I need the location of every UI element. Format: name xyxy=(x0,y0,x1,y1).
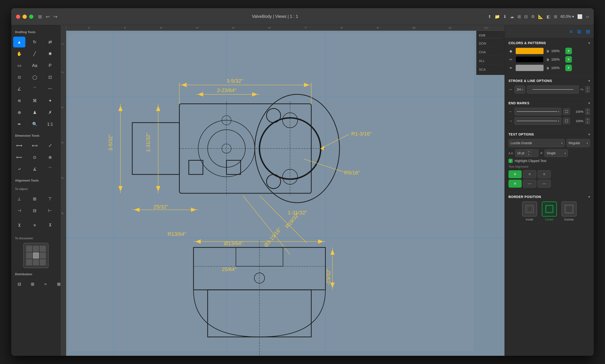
flip-tool[interactable]: ⇄ xyxy=(44,37,56,47)
align-justify-right-button[interactable]: — xyxy=(538,180,551,188)
fullscreen-icon[interactable]: ⬜ xyxy=(577,14,582,19)
star-tool[interactable]: ✦ xyxy=(44,95,56,106)
border-position-chevron-icon[interactable]: ▾ xyxy=(588,195,590,199)
dist-eq-tool[interactable]: ≈ xyxy=(39,279,52,289)
rect-tool[interactable]: ▭ xyxy=(13,60,25,71)
stamp-tool[interactable]: P xyxy=(44,60,56,71)
freehand-tool[interactable]: 〰 xyxy=(44,84,56,94)
align-bottom-tool[interactable]: ⊥ xyxy=(13,194,25,204)
text-options-chevron-icon[interactable]: ▾ xyxy=(588,132,590,136)
end-mark-1-expand[interactable] xyxy=(563,108,570,115)
stroke-chevron-icon[interactable]: ▾ xyxy=(588,79,590,83)
dist-v-tool[interactable]: ⊞ xyxy=(26,279,39,289)
canvas-area[interactable]: 1" 2" 3" 4" 5" 6" 7" 8" 9" 10" 11" 1'1" … xyxy=(61,25,504,356)
maximize-button[interactable] xyxy=(29,14,33,19)
stroke-line-preview[interactable] xyxy=(527,86,579,93)
align-bl-tool[interactable]: ⊻ xyxy=(13,220,25,231)
leader-tool[interactable]: ⤶ xyxy=(13,164,25,174)
table-icon[interactable]: ⊟ xyxy=(524,14,528,19)
dist-h-tool[interactable]: ⊟ xyxy=(13,279,25,289)
font-size-down[interactable]: ▼ xyxy=(527,153,531,156)
angle-tool[interactable]: ∠ xyxy=(13,84,25,94)
end-mark-2-stepper[interactable]: ▲ ▼ xyxy=(585,118,590,124)
select-tool[interactable]: ▲ xyxy=(13,37,25,47)
border-inside-button[interactable]: Inside xyxy=(522,201,537,221)
circle-D-tool[interactable]: ⊙ xyxy=(13,72,25,83)
end-marks-chevron-icon[interactable]: ▾ xyxy=(588,101,590,105)
font-name-select[interactable]: Lucida Grande ▾ xyxy=(508,139,565,147)
text-tool[interactable]: Aa xyxy=(29,60,41,71)
stroke-value-select[interactable]: 2H ▾ xyxy=(515,86,525,93)
stroke-stepper[interactable]: ▲ ▼ xyxy=(585,86,590,93)
fill-color-swatch[interactable] xyxy=(515,48,544,54)
font-size-field[interactable]: 18 pt ▲ ▼ xyxy=(515,149,539,157)
cust-item-sca[interactable]: SCA xyxy=(479,66,502,73)
zoom-tool[interactable]: 🔍 xyxy=(29,119,41,130)
sidebar-toggle-icon[interactable]: ⊞ xyxy=(38,14,42,19)
eyedropper-tool[interactable]: ✒ xyxy=(13,119,25,130)
drawing-canvas[interactable]: 3-5/32" 2-23/64" 3-5/32" 1-31/32" R1-3/1… xyxy=(66,31,504,356)
angled-dim-tool[interactable]: ⤢ xyxy=(44,140,56,151)
layers-icon[interactable]: ◧ xyxy=(547,14,551,19)
line-spacing-select[interactable]: Single ▾ xyxy=(544,149,568,157)
filter-lines-icon[interactable]: ≡ xyxy=(569,29,573,35)
person-tool[interactable]: ♟ xyxy=(29,107,41,118)
align-right-button[interactable]: ≡ xyxy=(538,170,551,178)
font-size-stepper[interactable]: ▲ ▼ xyxy=(526,150,531,156)
end-mark-2-down[interactable]: ▼ xyxy=(586,121,590,124)
node-tool[interactable]: ✱ xyxy=(44,48,56,59)
cloud-shape-tool[interactable]: ≋ xyxy=(13,95,25,106)
cust-item-cha[interactable]: CHA xyxy=(479,49,502,56)
grid-panel-icon[interactable]: ⊞ xyxy=(586,29,590,35)
fill-add-button[interactable]: + xyxy=(565,48,572,54)
align-left-button[interactable]: ≡ xyxy=(508,170,522,178)
align-center-v-tool[interactable]: ⊞ xyxy=(29,194,41,204)
pen-tool[interactable]: ╱ xyxy=(29,48,41,59)
end-mark-1-select[interactable]: ▾ xyxy=(515,108,561,115)
arc-dim-tool[interactable]: ⌒ xyxy=(44,164,56,174)
close-button[interactable] xyxy=(16,14,20,19)
export-icon[interactable]: ⬇ xyxy=(503,14,507,19)
parallel-dim-tool[interactable]: ⟵ xyxy=(13,152,25,163)
shadow-add-button[interactable]: + xyxy=(565,65,572,71)
stroke-up-arrow[interactable]: ▲ xyxy=(586,86,590,90)
align-left-tool[interactable]: ⊣ xyxy=(13,205,25,216)
hand-tool[interactable]: ✋ xyxy=(13,48,25,59)
shadow-color-swatch[interactable] xyxy=(515,65,544,71)
cust-item-all[interactable]: ALL xyxy=(479,58,502,64)
snap-tool[interactable]: ⊕ xyxy=(13,107,25,118)
stroke-add-button[interactable]: + xyxy=(565,56,572,63)
tools-icon[interactable]: ⚙ xyxy=(531,14,535,19)
scale-tool[interactable]: 1:1 xyxy=(44,119,56,130)
end-mark-1-stepper[interactable]: ▲ ▼ xyxy=(585,108,590,115)
radius-dim-tool[interactable]: ⊙ xyxy=(29,152,41,163)
grid-icon[interactable]: ⊞ xyxy=(554,14,557,19)
end-mark-1-up[interactable]: ▲ xyxy=(586,108,590,112)
horiz-dim-tool[interactable]: ⟷ xyxy=(13,140,25,151)
wave-tool[interactable]: ⌘ xyxy=(29,95,41,106)
align-right-tool[interactable]: ⊢ xyxy=(44,205,56,216)
zoom-control[interactable]: 60.0% ▾ xyxy=(561,14,574,19)
arc-tool[interactable]: ⌒ xyxy=(29,84,41,94)
arrange-icon[interactable]: ⊞ xyxy=(517,14,521,19)
align-top-tool[interactable]: ⊤ xyxy=(44,194,56,204)
end-mark-2-up[interactable]: ▲ xyxy=(586,118,590,121)
folder-icon[interactable]: 📁 xyxy=(495,14,500,19)
align-center-button[interactable]: ≡ xyxy=(523,170,536,178)
undo-icon[interactable]: ↩ xyxy=(46,14,50,19)
crop-tool[interactable]: ⊡ xyxy=(44,72,56,83)
align-bc-tool[interactable]: ≡ xyxy=(29,220,41,231)
diameter-dim-tool[interactable]: ⊗ xyxy=(44,152,56,163)
cloud-icon[interactable]: ☁ xyxy=(510,14,514,19)
font-style-select[interactable]: Regular ▾ xyxy=(566,139,590,147)
doc-grid-button[interactable] xyxy=(23,243,49,268)
cust-item-don[interactable]: DON xyxy=(479,40,502,47)
share-icon[interactable]: ⬆ xyxy=(488,14,491,19)
colors-chevron-icon[interactable]: ▾ xyxy=(588,41,590,45)
rotate-tool[interactable]: ↻ xyxy=(29,37,41,47)
border-center-button[interactable]: Center xyxy=(542,201,557,221)
vert-dim-tool[interactable]: ⟺ xyxy=(29,140,41,151)
end-mark-2-expand[interactable] xyxy=(563,118,570,124)
angle-dim-tool[interactable]: ∡ xyxy=(29,164,41,174)
ellipse-tool[interactable]: ◯ xyxy=(29,72,41,83)
